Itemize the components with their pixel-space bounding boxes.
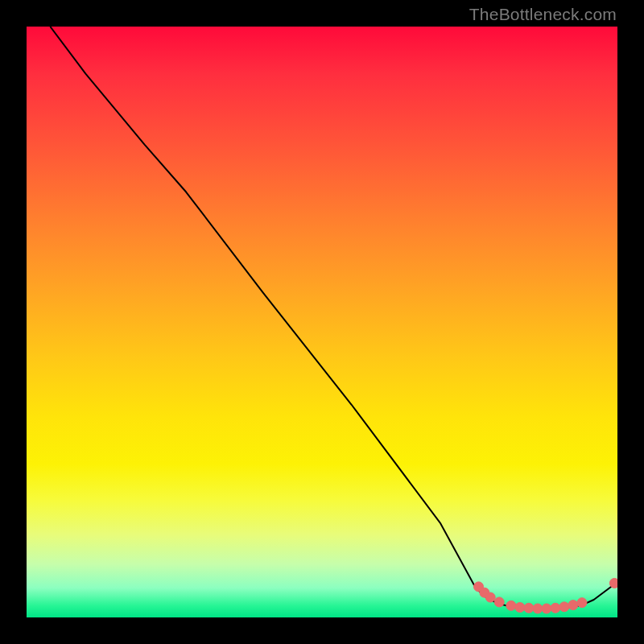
data-marker	[609, 578, 617, 588]
data-marker	[494, 597, 504, 607]
data-marker	[568, 601, 578, 610]
chart-plot-area	[27, 27, 617, 617]
data-marker	[559, 602, 569, 612]
data-marker	[506, 601, 516, 610]
data-marker	[485, 592, 495, 602]
data-marker	[524, 603, 534, 613]
data-marker	[515, 603, 525, 613]
marker-group	[474, 578, 617, 613]
chart-frame: TheBottleneck.com	[0, 0, 644, 644]
data-marker	[542, 604, 551, 613]
bottleneck-curve-line	[50, 27, 617, 609]
data-marker	[551, 603, 560, 613]
chart-overlay-svg	[27, 27, 617, 617]
data-marker	[533, 604, 543, 613]
watermark-text: TheBottleneck.com	[469, 5, 617, 24]
data-marker	[577, 598, 587, 608]
